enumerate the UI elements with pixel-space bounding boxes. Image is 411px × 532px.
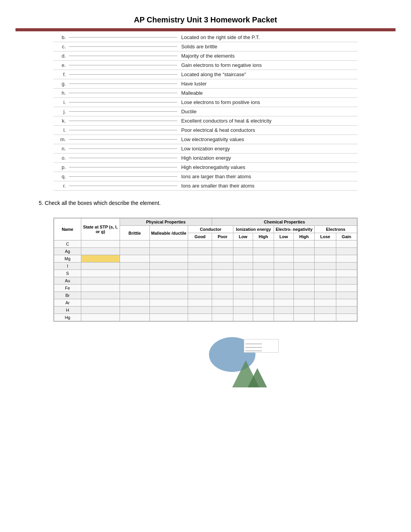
cell-good[interactable] xyxy=(188,285,212,292)
cell-ion_low[interactable] xyxy=(233,285,253,292)
cell-elec_high[interactable] xyxy=(294,255,315,263)
cell-elec_high[interactable] xyxy=(294,292,315,299)
cell-poor[interactable] xyxy=(212,285,233,292)
cell-lose[interactable] xyxy=(314,248,336,255)
cell-lose[interactable] xyxy=(314,314,336,321)
cell-good[interactable] xyxy=(188,248,212,255)
cell-good[interactable] xyxy=(188,263,212,270)
cell-ion_high[interactable] xyxy=(253,285,274,292)
cell-good[interactable] xyxy=(188,255,212,263)
cell-ion_low[interactable] xyxy=(233,277,253,285)
cell-malleable[interactable] xyxy=(149,285,188,292)
cell-malleable[interactable] xyxy=(149,240,188,248)
cell-elec_low[interactable] xyxy=(274,255,293,263)
cell-gain[interactable] xyxy=(336,299,357,307)
cell-malleable[interactable] xyxy=(149,299,188,307)
cell-ion_high[interactable] xyxy=(253,277,274,285)
cell-gain[interactable] xyxy=(336,292,357,299)
cell-poor[interactable] xyxy=(212,248,233,255)
cell-elec_high[interactable] xyxy=(294,307,315,314)
cell-lose[interactable] xyxy=(314,263,336,270)
cell-elec_low[interactable] xyxy=(274,248,293,255)
cell-elec_high[interactable] xyxy=(294,248,315,255)
cell-elec_low[interactable] xyxy=(274,314,293,321)
cell-poor[interactable] xyxy=(212,270,233,277)
cell-lose[interactable] xyxy=(314,240,336,248)
cell-malleable[interactable] xyxy=(149,307,188,314)
cell-elec_high[interactable] xyxy=(294,277,315,285)
cell-brittle[interactable] xyxy=(120,299,150,307)
cell-poor[interactable] xyxy=(212,299,233,307)
cell-gain[interactable] xyxy=(336,255,357,263)
cell-malleable[interactable] xyxy=(149,270,188,277)
cell-elec_high[interactable] xyxy=(294,285,315,292)
cell-elec_high[interactable] xyxy=(294,240,315,248)
cell-ion_low[interactable] xyxy=(233,255,253,263)
cell-ion_low[interactable] xyxy=(233,299,253,307)
cell-ion_high[interactable] xyxy=(253,299,274,307)
cell-gain[interactable] xyxy=(336,240,357,248)
cell-ion_low[interactable] xyxy=(233,307,253,314)
cell-lose[interactable] xyxy=(314,307,336,314)
cell-ion_high[interactable] xyxy=(253,240,274,248)
cell-good[interactable] xyxy=(188,277,212,285)
cell-elec_high[interactable] xyxy=(294,263,315,270)
cell-brittle[interactable] xyxy=(120,277,150,285)
cell-lose[interactable] xyxy=(314,292,336,299)
cell-poor[interactable] xyxy=(212,314,233,321)
cell-ion_high[interactable] xyxy=(253,292,274,299)
cell-brittle[interactable] xyxy=(120,292,150,299)
cell-elec_high[interactable] xyxy=(294,299,315,307)
cell-ion_high[interactable] xyxy=(253,314,274,321)
cell-gain[interactable] xyxy=(336,270,357,277)
cell-good[interactable] xyxy=(188,292,212,299)
cell-gain[interactable] xyxy=(336,248,357,255)
cell-elec_low[interactable] xyxy=(274,270,293,277)
cell-malleable[interactable] xyxy=(149,248,188,255)
cell-poor[interactable] xyxy=(212,292,233,299)
cell-ion_high[interactable] xyxy=(253,248,274,255)
cell-elec_low[interactable] xyxy=(274,240,293,248)
cell-malleable[interactable] xyxy=(149,255,188,263)
cell-elec_low[interactable] xyxy=(274,307,293,314)
cell-gain[interactable] xyxy=(336,314,357,321)
cell-ion_high[interactable] xyxy=(253,255,274,263)
cell-ion_low[interactable] xyxy=(233,248,253,255)
cell-brittle[interactable] xyxy=(120,307,150,314)
cell-lose[interactable] xyxy=(314,270,336,277)
cell-gain[interactable] xyxy=(336,277,357,285)
cell-poor[interactable] xyxy=(212,307,233,314)
cell-brittle[interactable] xyxy=(120,263,150,270)
cell-good[interactable] xyxy=(188,307,212,314)
cell-ion_low[interactable] xyxy=(233,292,253,299)
cell-lose[interactable] xyxy=(314,277,336,285)
cell-ion_low[interactable] xyxy=(233,240,253,248)
cell-malleable[interactable] xyxy=(149,292,188,299)
cell-poor[interactable] xyxy=(212,263,233,270)
cell-brittle[interactable] xyxy=(120,240,150,248)
cell-gain[interactable] xyxy=(336,307,357,314)
cell-ion_high[interactable] xyxy=(253,307,274,314)
cell-malleable[interactable] xyxy=(149,277,188,285)
cell-lose[interactable] xyxy=(314,285,336,292)
cell-good[interactable] xyxy=(188,240,212,248)
cell-poor[interactable] xyxy=(212,277,233,285)
cell-ion_low[interactable] xyxy=(233,270,253,277)
cell-brittle[interactable] xyxy=(120,314,150,321)
cell-gain[interactable] xyxy=(336,263,357,270)
cell-good[interactable] xyxy=(188,299,212,307)
cell-elec_low[interactable] xyxy=(274,263,293,270)
cell-malleable[interactable] xyxy=(149,314,188,321)
cell-lose[interactable] xyxy=(314,255,336,263)
cell-ion_low[interactable] xyxy=(233,263,253,270)
cell-ion_low[interactable] xyxy=(233,314,253,321)
cell-gain[interactable] xyxy=(336,285,357,292)
cell-brittle[interactable] xyxy=(120,270,150,277)
cell-elec_low[interactable] xyxy=(274,285,293,292)
cell-elec_low[interactable] xyxy=(274,277,293,285)
cell-poor[interactable] xyxy=(212,255,233,263)
cell-brittle[interactable] xyxy=(120,255,150,263)
cell-elec_low[interactable] xyxy=(274,292,293,299)
cell-malleable[interactable] xyxy=(149,263,188,270)
cell-ion_high[interactable] xyxy=(253,270,274,277)
